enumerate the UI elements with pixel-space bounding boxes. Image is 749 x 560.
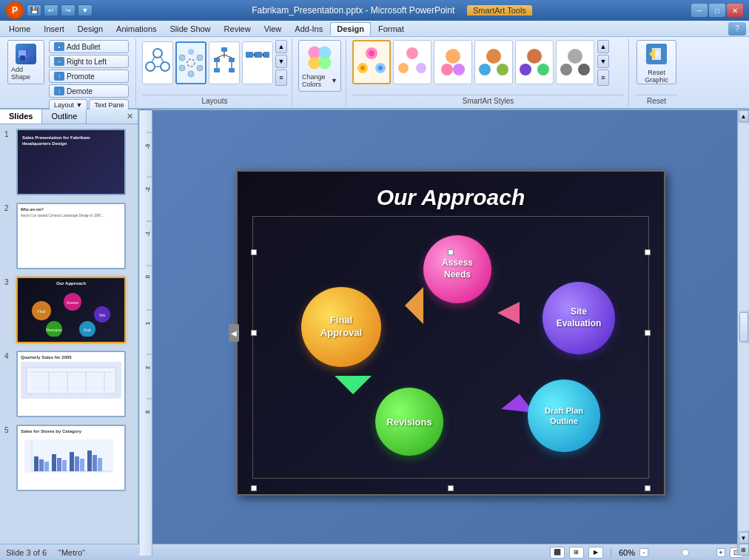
smartart-style-colorful-selected[interactable] [352, 40, 391, 84]
slide-item-5[interactable]: 5 Sales for Stores by Category [3, 423, 135, 493]
svg-rect-2 [20, 55, 25, 61]
maximize-button[interactable]: □ [709, 4, 725, 17]
tab-slides[interactable]: Slides [0, 109, 42, 124]
menu-smartart-design[interactable]: Design [330, 22, 371, 36]
svg-line-7 [161, 57, 164, 62]
menu-home[interactable]: Home [3, 23, 36, 35]
styles-scroll-up[interactable]: ▲ [597, 40, 609, 53]
add-shape-button[interactable]: Add Shape [7, 40, 44, 84]
ribbon: Add Shape • Add Bullet ↔ Right to Left [0, 37, 749, 109]
scroll-track-2[interactable] [739, 343, 749, 530]
svg-point-52 [537, 64, 549, 75]
styles-more[interactable]: ≡ [597, 70, 609, 86]
slide-item-1[interactable]: 1 Sales Presentation for Fabrikam Headqu… [3, 127, 135, 197]
close-button[interactable]: ✕ [727, 4, 743, 17]
scroll-down-button[interactable]: ▼ [739, 532, 749, 544]
slide-number-4: 4 [4, 351, 13, 360]
window-title: Fabrikam_Presentation.pptx - Microsoft P… [93, 5, 691, 16]
layouts-label: Layouts [142, 95, 287, 105]
menu-insert[interactable]: Insert [38, 23, 70, 35]
svg-rect-72 [30, 386, 112, 391]
help-button[interactable]: ? [728, 22, 746, 36]
menu-review[interactable]: Review [218, 23, 257, 35]
layout-radial-icon[interactable] [175, 41, 206, 84]
svg-rect-84 [57, 458, 61, 471]
svg-text:-1: -1 [145, 232, 150, 236]
smartart-style-6[interactable] [556, 40, 594, 84]
scroll-resize-button[interactable]: ⊞ [739, 544, 749, 556]
svg-line-6 [152, 57, 155, 62]
svg-marker-137 [335, 376, 372, 394]
add-bullet-button[interactable]: • Add Bullet [49, 40, 129, 53]
scroll-thumb[interactable] [739, 312, 748, 342]
menu-bar: Home Insert Design Animations Slide Show… [0, 21, 749, 37]
svg-rect-83 [52, 454, 56, 471]
selection-handle-tl[interactable] [251, 249, 257, 255]
circle-site-evaluation: Site Evaluation [543, 282, 615, 354]
svg-rect-16 [221, 47, 227, 52]
layout-more[interactable]: ≡ [275, 70, 287, 86]
slide-item-2[interactable]: 2 Who are we? Aaron Cox started Contoso … [3, 201, 135, 271]
svg-point-4 [146, 62, 155, 71]
tab-outline[interactable]: Outline [42, 109, 87, 124]
menu-slide-show[interactable]: Slide Show [164, 23, 217, 35]
slide-item-3[interactable]: 3 Our Approach Assess Site [3, 275, 135, 345]
layout-scroll-down[interactable]: ▼ [275, 55, 287, 68]
zoom-slider-thumb[interactable] [682, 549, 689, 556]
svg-rect-70 [30, 374, 112, 379]
smartart-style-2[interactable] [393, 40, 431, 84]
layout-scroll-up[interactable]: ▲ [275, 40, 287, 53]
slide-canvas[interactable]: Our Approach [236, 170, 665, 496]
dropdown-icon[interactable]: ▼ [78, 4, 93, 16]
slide-item-4[interactable]: 4 Quarterly Sales for 2005 [3, 349, 135, 419]
save-icon[interactable]: 💾 [27, 4, 41, 16]
layout-hierarchy-icon[interactable] [209, 41, 240, 84]
selection-handle-tr[interactable] [645, 249, 651, 255]
slides-panel-close[interactable]: ✕ [122, 109, 138, 124]
menu-view[interactable]: View [258, 23, 288, 35]
layout-cycle-icon[interactable] [142, 41, 173, 84]
menu-animations[interactable]: Animations [110, 23, 162, 35]
change-colors-button[interactable]: Change Colors ▼ [298, 40, 341, 92]
smartart-style-4[interactable] [474, 40, 513, 84]
smartart-style-5[interactable] [515, 40, 554, 84]
selection-handle-bm[interactable] [448, 485, 454, 491]
svg-rect-90 [93, 455, 97, 471]
svg-point-53 [568, 49, 582, 64]
title-bar-left: P 💾 ↩ ↪ ▼ [6, 1, 93, 19]
menu-design[interactable]: Design [72, 23, 109, 35]
svg-rect-19 [214, 68, 220, 72]
selection-handle-tm[interactable] [448, 249, 454, 255]
selection-handle-mr[interactable] [645, 330, 651, 336]
redo-icon[interactable]: ↪ [61, 4, 75, 16]
svg-marker-30 [262, 53, 263, 57]
scroll-track[interactable] [739, 124, 749, 311]
smartart-style-3[interactable] [434, 40, 472, 84]
svg-point-51 [520, 64, 531, 75]
zoom-slider[interactable] [653, 549, 712, 556]
menu-add-ins[interactable]: Add-Ins [289, 23, 329, 35]
scroll-up-button[interactable]: ▲ [739, 110, 749, 122]
selection-handle-br[interactable] [645, 485, 651, 491]
expand-left-button[interactable]: ◀ [229, 324, 239, 342]
promote-button[interactable]: ↑ Promote [49, 70, 129, 83]
undo-icon[interactable]: ↩ [44, 4, 58, 16]
title-bar: P 💾 ↩ ↪ ▼ Fabrikam_Presentation.pptx - M… [0, 0, 749, 21]
styles-scroll-down[interactable]: ▼ [597, 55, 609, 68]
svg-text:Site: Site [99, 313, 106, 317]
selection-handle-ml[interactable] [251, 330, 257, 336]
svg-text:Assess: Assess [67, 300, 79, 305]
slide-number-3: 3 [4, 277, 13, 286]
menu-format[interactable]: Format [372, 23, 410, 35]
diagram-container[interactable]: Assess Needs Site Evaluation Draft Plan … [252, 216, 649, 479]
layout-process-icon[interactable] [242, 41, 273, 84]
svg-rect-82 [44, 462, 49, 471]
minimize-button[interactable]: ─ [691, 4, 708, 17]
selection-handle-bl[interactable] [251, 485, 257, 491]
right-to-left-button[interactable]: ↔ Right to Left [49, 55, 129, 68]
reset-graphic-button[interactable]: ↺ Reset Graphic [637, 40, 676, 84]
svg-point-46 [453, 64, 465, 75]
ribbon-group-smartart-styles: ▲ ▼ ≡ SmartArt Styles [348, 38, 629, 107]
svg-point-38 [369, 50, 374, 56]
demote-button[interactable]: ↓ Demote [49, 84, 129, 98]
